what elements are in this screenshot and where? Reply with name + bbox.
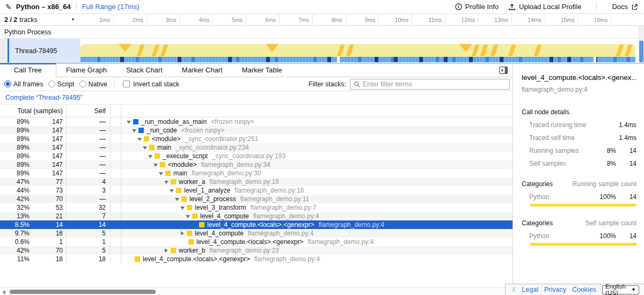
call-tree-row[interactable]: 32%5332level_3_transformflamegraph_demo.…: [0, 203, 513, 212]
collapse-icon[interactable]: [153, 163, 158, 167]
call-tree-row[interactable]: 44%733level_1_analyzeflamegraph_demo.py:…: [0, 186, 513, 195]
tab-marker-table[interactable]: Marker Table: [232, 63, 292, 77]
full-range-button[interactable]: Full Range (17ms): [82, 3, 140, 11]
tab-stack-chart[interactable]: Stack Chart: [116, 63, 172, 77]
row-total-percent: 89%: [0, 118, 30, 126]
selected-node-location: flamegraph_demo.py:4: [522, 86, 636, 93]
ruler-tick: 1ms: [80, 14, 114, 25]
call-tree-row[interactable]: 42%705worker_bflamegraph_demo.py:23: [0, 246, 513, 255]
call-tree-row[interactable]: 13%217level_4_computeflamegraph_demo.py:…: [0, 212, 513, 220]
row-gap-cell: [111, 212, 121, 220]
column-header-self[interactable]: Self: [67, 105, 111, 117]
collapse-icon[interactable]: [127, 120, 131, 124]
footer-link-x[interactable]: X: [511, 286, 516, 293]
collapse-icon[interactable]: [148, 154, 152, 158]
collapse-icon[interactable]: [132, 128, 136, 132]
category-value: 14: [616, 232, 636, 240]
call-tree-row[interactable]: 89%147—<module>flamegraph_demo.py:34: [0, 160, 513, 169]
tracks-dropdown[interactable]: 2 / 2 tracks ▼: [0, 14, 80, 25]
function-name: worker_b: [179, 247, 205, 254]
expand-icon[interactable]: [180, 231, 185, 235]
sidebar: level_4_compute.<locals>.<genex… flamegr…: [513, 64, 644, 295]
row-sample-count: 147: [30, 169, 66, 177]
tab-bar: Call TreeFlame GraphStack ChartMarker Ch…: [0, 64, 513, 77]
row-self-cell: —: [67, 195, 111, 203]
category-color-square: [192, 213, 197, 219]
docs-button[interactable]: Docs: [612, 3, 638, 11]
collapse-icon[interactable]: [137, 137, 142, 141]
row-total-percent: 47%: [0, 178, 30, 186]
collapse-icon[interactable]: [186, 214, 190, 218]
call-tree-row[interactable]: 0.6%11level_4_compute.<locals>.<genexpr>…: [0, 238, 513, 246]
filter-input[interactable]: [363, 80, 506, 88]
call-tree-row[interactable]: 89%147—<module>_sync_coordinator.py:251: [0, 135, 513, 143]
call-tree-row[interactable]: 89%147—mainflamegraph_demo.py:30: [0, 169, 513, 178]
sample-tick: [158, 57, 162, 62]
call-tree-row[interactable]: 47%774worker_aflamegraph_demo.py:19: [0, 178, 513, 186]
collapse-icon[interactable]: [159, 171, 163, 175]
call-tree-row[interactable]: 89%147—_run_code<frozen runpy>: [0, 126, 513, 135]
footer-link-legal[interactable]: Legal: [522, 286, 538, 293]
row-self-cell: 3: [67, 186, 111, 195]
horizontal-scrollbar[interactable]: [0, 287, 513, 295]
horizontal-scrollbar-thumb[interactable]: [10, 290, 156, 294]
thread-track-row[interactable]: Thread-78495: [0, 39, 644, 63]
filter-searchbox[interactable]: [350, 79, 510, 90]
language-select[interactable]: English (US) ▼: [602, 285, 639, 294]
call-tree-row[interactable]: 89%147—_run_module_as_main<frozen runpy>: [0, 117, 513, 126]
radio-all-frames[interactable]: All frames: [4, 80, 43, 88]
collapse-icon[interactable]: [143, 145, 147, 150]
edit-profile-name-icon[interactable]: ✎: [5, 3, 12, 11]
expand-icon[interactable]: [164, 248, 169, 253]
row-self-cell: —: [67, 152, 111, 160]
column-header-total[interactable]: Total (samples): [0, 105, 67, 117]
call-tree-row[interactable]: 89%147—_execute_script_sync_coordinator.…: [0, 152, 513, 160]
ruler-tick: 5ms: [213, 14, 246, 25]
row-gap-cell: [111, 143, 121, 152]
call-tree-row[interactable]: 42%70—level_2_processflamegraph_demo.py:…: [0, 195, 513, 203]
breadcrumb-complete-range[interactable]: Complete “Thread-78495”: [5, 94, 83, 101]
track-gutter: [0, 39, 8, 63]
call-tree-row[interactable]: 89%147—main_sync_coordinator.py:234: [0, 143, 513, 152]
radio-script[interactable]: Script: [48, 80, 75, 88]
tab-flame-graph[interactable]: Flame Graph: [56, 63, 116, 77]
sample-marker: [500, 57, 503, 62]
call-tree-row[interactable]: 8.5%1414level_4_compute.<locals>.<genexp…: [0, 220, 513, 229]
tracks-vertical-scrollbar[interactable]: [639, 26, 644, 63]
ruler-tick: 14ms: [512, 14, 545, 25]
selected-node-title: level_4_compute.<locals>.<genex…: [522, 73, 636, 82]
ruler-tick: 10ms: [379, 14, 412, 25]
process-track-row[interactable]: Python Process: [0, 26, 644, 39]
collapse-icon[interactable]: [164, 180, 169, 184]
collapse-icon[interactable]: [175, 197, 179, 201]
detail-percent: 8%: [592, 147, 616, 154]
sidebar-toggle-button[interactable]: [499, 67, 508, 76]
thread-activity-graph[interactable]: [80, 39, 635, 63]
footer-link-cookies[interactable]: Cookies: [572, 286, 596, 293]
radio-native[interactable]: Native: [79, 80, 107, 88]
upload-profile-button[interactable]: Upload Local Profile: [508, 3, 581, 11]
collapse-icon[interactable]: [170, 188, 174, 193]
call-tree-row[interactable]: 11%1818level_4_compute.<locals>.<genexpr…: [0, 255, 513, 263]
row-tree-cell: _execute_script_sync_coordinator.py:193: [121, 152, 513, 160]
tab-call-tree[interactable]: Call Tree: [0, 63, 56, 77]
function-location: flamegraph_demo.py:23: [209, 247, 279, 254]
function-name: main: [157, 144, 171, 151]
sample-tick: [580, 57, 583, 62]
sample-tick: [558, 57, 561, 62]
row-gap-cell: [111, 160, 121, 169]
main-content: Call TreeFlame GraphStack ChartMarker Ch…: [0, 63, 644, 295]
thread-track-label[interactable]: Thread-78495: [9, 39, 80, 63]
profile-info-button[interactable]: Profile Info: [455, 3, 499, 11]
footer-link-privacy[interactable]: Privacy: [544, 286, 566, 293]
function-name: level_2_process: [189, 195, 236, 203]
scroll-left-icon[interactable]: [2, 290, 5, 294]
call-tree-row[interactable]: 9.7%165level_4_computeflamegraph_demo.py…: [0, 229, 513, 238]
tab-marker-chart[interactable]: Marker Chart: [172, 63, 232, 77]
sample-strip: [80, 57, 635, 62]
collapse-icon[interactable]: [180, 205, 185, 210]
invert-call-stack-checkbox[interactable]: Invert call stack: [123, 80, 179, 88]
upload-label: Upload Local Profile: [519, 3, 581, 11]
row-tree-cell: <module>flamegraph_demo.py:34: [121, 160, 513, 169]
vertical-scrollbar-thumb[interactable]: [639, 41, 643, 62]
